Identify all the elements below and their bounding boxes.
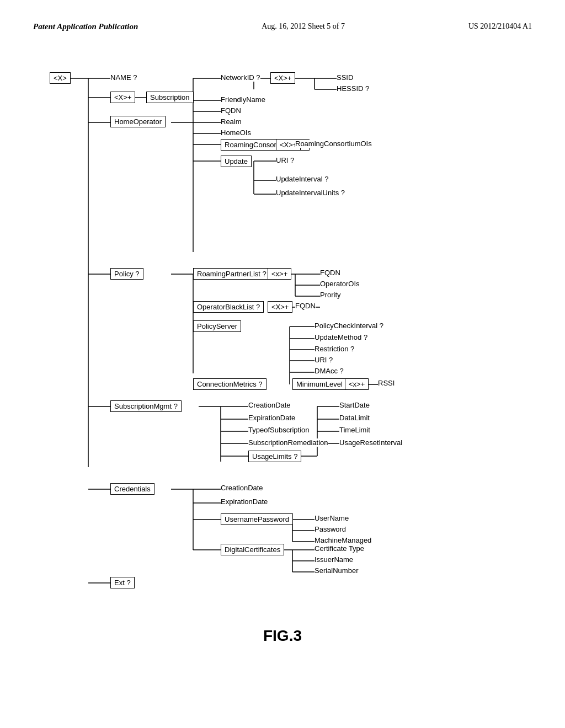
node-xroot: <X>	[50, 72, 71, 84]
node-updateintervalunits: UpdateIntervalUnits ?	[276, 189, 345, 197]
node-uri1: URI ?	[276, 156, 294, 164]
node-creationdate1: CreationDate	[248, 401, 291, 409]
node-operatorois: OperatorOIs	[320, 280, 360, 288]
node-fqdn: FQDN	[221, 106, 241, 115]
page: Patent Application Publication Aug. 16, …	[0, 0, 565, 728]
node-policycheckinterval: PolicyCheckInterval ?	[315, 322, 383, 330]
node-roamingconsortiumois: RoamingConsortiumOIs	[295, 140, 372, 148]
node-roamingpartnerlist: RoamingPartnerList ?	[193, 268, 270, 280]
node-name: NAME ?	[110, 73, 137, 82]
node-hessid: HESSID ?	[337, 84, 369, 93]
node-certificatetype: Certificate Type	[315, 544, 364, 553]
node-operatorblacklist-x: <X>+	[268, 301, 292, 313]
node-networkid: NetworkID ?	[221, 73, 260, 82]
node-usagelimits: UsageLimits ?	[248, 451, 301, 462]
node-startdate: StartDate	[339, 401, 370, 409]
node-dmacc: DMAcc ?	[315, 367, 344, 375]
node-homeois: HomeOIs	[221, 129, 251, 137]
node-ext: Ext ?	[110, 577, 135, 588]
figure-label: FIG.3	[33, 627, 532, 645]
header-left: Patent Application Publication	[33, 22, 138, 31]
node-ssid: SSID	[337, 73, 353, 82]
node-subscriptionremediation: SubscriptionRemediation	[248, 438, 328, 447]
node-friendlyname: FriendlyName	[221, 95, 265, 104]
node-prority: Prority	[320, 291, 341, 299]
node-connectionmetrics: ConnectionMetrics ?	[193, 378, 266, 390]
node-minimumlevel-x: <x>+	[345, 378, 369, 390]
node-usernamepassword: UsernamePassword	[221, 513, 293, 525]
node-creationdate2: CreationDate	[221, 484, 263, 492]
node-updatemethod: UpdateMethod ?	[315, 333, 367, 341]
node-minimumlevel: MinimumLevel	[292, 378, 347, 390]
node-policy: Policy ?	[110, 268, 143, 280]
node-username: UserName	[315, 514, 349, 522]
node-subscriptionmgmt: SubscriptionMgmt ?	[110, 400, 182, 412]
node-digitalcertificates: DigitalCertificates	[221, 544, 284, 555]
node-homeoperator: HomeOperator	[110, 116, 166, 127]
header: Patent Application Publication Aug. 16, …	[33, 22, 532, 31]
node-uri2: URI ?	[315, 356, 333, 364]
node-expirationdate1: ExpirationDate	[248, 414, 295, 422]
node-subscription-x: <X>+	[110, 92, 135, 103]
node-serialnumber: SerialNumber	[315, 566, 358, 575]
node-roamingpartner-x: <x>+	[268, 268, 291, 280]
node-timelimit: TimeLimit	[339, 426, 370, 434]
node-expirationdate2: ExpirationDate	[221, 497, 268, 506]
node-realm: Realm	[221, 117, 242, 126]
node-datalimit: DataLimit	[339, 414, 370, 422]
header-center: Aug. 16, 2012 Sheet 5 of 7	[262, 22, 345, 31]
node-updateinterval: UpdateInterval ?	[276, 175, 328, 183]
node-subscription: Subscription	[146, 92, 194, 103]
diagram-area: <X> NAME ? <X>+ Subscription HomeOperato…	[39, 65, 535, 616]
node-networkid-x: <X>+	[270, 72, 295, 84]
node-fqdn3: FQDN	[295, 302, 316, 310]
node-machinemanaged: MachineManaged	[315, 536, 371, 544]
node-rssi: RSSI	[378, 379, 395, 387]
node-fqdn2: FQDN	[320, 269, 340, 277]
node-issuername: IssuerName	[315, 555, 353, 564]
node-update: Update	[221, 156, 252, 167]
node-password: Password	[315, 525, 346, 533]
node-typeofsubscription: TypeofSubscription	[248, 426, 310, 434]
node-operatorblacklist: OperatorBlackList ?	[193, 301, 264, 313]
node-policyserver: PolicyServer	[193, 320, 241, 332]
node-usageresetinterval: UsageResetInterval	[339, 438, 402, 447]
node-restriction: Restriction ?	[315, 345, 354, 353]
node-credentials: Credentials	[110, 483, 154, 495]
header-right: US 2012/210404 A1	[468, 22, 532, 31]
